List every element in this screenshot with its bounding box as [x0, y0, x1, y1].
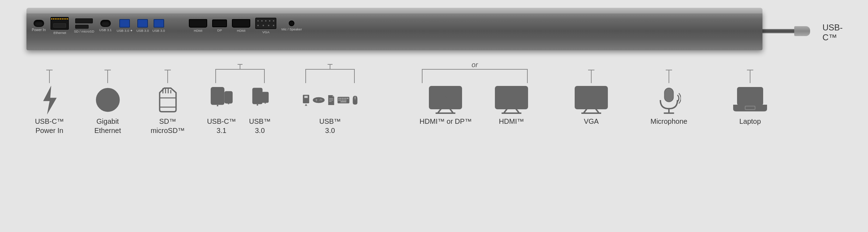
power-in-port-group: Power In — [32, 20, 46, 32]
usb30-combo-name: USB™3.0 — [319, 117, 341, 135]
hdmi-dp-name: HDMI™ or DP™ — [420, 117, 472, 126]
dp-port-group: DP — [212, 19, 227, 32]
dock-body: Power In Ethernet SD / microSD — [26, 11, 762, 50]
svg-rect-34 — [340, 98, 342, 99]
ethernet-port — [50, 17, 69, 30]
icon-group-usb30combo: USB™3.0 — [295, 64, 365, 135]
icon-group-microphone: Microphone — [637, 64, 701, 126]
svg-rect-39 — [339, 99, 340, 100]
audio-port — [289, 21, 294, 26]
svg-marker-22 — [305, 104, 307, 106]
dock-ports-strip: Power In Ethernet SD / microSD — [32, 17, 302, 35]
usba-blue-1 — [119, 19, 130, 28]
monitor-b-icon: B — [493, 83, 530, 117]
usba-blue-group: USB 3.0 ✦ USB 3.0 USB 3.0 — [116, 19, 165, 33]
svg-rect-14 — [225, 92, 232, 103]
ethernet-port-group: Ethernet — [50, 17, 69, 35]
hdmi2-name: HDMI™ — [499, 117, 524, 126]
svg-rect-11 — [160, 98, 176, 107]
dp-port — [212, 19, 227, 27]
vga-port-group: VGA — [255, 18, 276, 34]
laptop-name: Laptop — [739, 117, 761, 126]
vga-port — [255, 18, 276, 29]
svg-rect-62 — [664, 88, 673, 102]
svg-text:B: B — [508, 92, 515, 103]
sd-name: SD™microSD™ — [151, 117, 185, 135]
icon-group-usbc31-usb30: USB-C™3.1 USB™3.0 — [196, 64, 284, 135]
usb-c-cable — [762, 26, 810, 36]
audio-port-group: Mic / Speaker — [281, 21, 302, 31]
usbc-right-label: USB-C™ — [822, 23, 843, 42]
hdmi2-port — [232, 19, 250, 28]
usba-blue-3 — [154, 19, 164, 28]
svg-rect-16 — [253, 88, 262, 104]
vga-monitor-icon: C — [573, 83, 610, 117]
svg-rect-37 — [345, 98, 347, 99]
monitor-a-icon: A — [427, 83, 464, 117]
phone-icon — [247, 83, 273, 117]
usbc31-name: USB-C™3.1 — [207, 117, 236, 135]
icon-group-hdmi-dp: or A HDMI™ or DP™ — [401, 64, 549, 126]
icon-group-vga: C VGA — [563, 64, 619, 126]
icon-group-ethernet: GigabitEthernet — [79, 64, 136, 135]
svg-point-46 — [354, 97, 356, 99]
svg-rect-66 — [745, 106, 755, 110]
globe-icon — [92, 83, 124, 117]
svg-rect-41 — [342, 99, 343, 100]
usb30-a-name: USB™3.0 — [249, 117, 271, 135]
svg-point-27 — [321, 99, 322, 100]
hdmi1-port-group: HDMI — [189, 19, 207, 33]
svg-point-23 — [313, 97, 324, 103]
sd-port — [75, 18, 93, 23]
svg-rect-42 — [343, 99, 345, 100]
power-in-label: Power In — [32, 28, 46, 32]
sd-label: SD / microSD — [74, 29, 94, 33]
icon-group-sd: SD™microSD™ — [139, 64, 196, 135]
main-container: Power In Ethernet SD / microSD — [0, 0, 868, 232]
svg-rect-40 — [340, 99, 342, 100]
svg-rect-18 — [263, 92, 268, 102]
sd-port-group: SD / microSD — [74, 18, 94, 33]
vga-name: VGA — [584, 117, 599, 126]
svg-marker-0 — [43, 86, 56, 115]
icon-group-power-in: USB-C™Power In — [26, 64, 72, 135]
lightning-icon — [35, 83, 64, 117]
svg-rect-25 — [315, 99, 317, 100]
svg-rect-43 — [345, 99, 347, 100]
dock-top-stripe — [26, 8, 762, 13]
icon-group-laptop: Laptop — [722, 64, 778, 126]
tablet-icon — [208, 83, 235, 117]
ethernet-name: GigabitEthernet — [94, 117, 121, 135]
microphone-icon — [652, 83, 686, 117]
cable-connector — [794, 26, 810, 36]
svg-point-28 — [319, 99, 320, 100]
power-in-name: USB-C™Power In — [35, 117, 64, 135]
svg-rect-12 — [211, 88, 224, 104]
usbc31-label: USB 3.1 — [99, 28, 112, 32]
svg-rect-21 — [304, 96, 308, 98]
svg-rect-44 — [341, 101, 347, 102]
cable-wire — [762, 29, 794, 33]
microphone-name: Microphone — [651, 117, 688, 126]
usb-devices-icon — [302, 83, 358, 117]
or-text: or — [469, 61, 480, 69]
svg-rect-35 — [342, 98, 343, 99]
svg-text:C: C — [588, 92, 595, 103]
laptop-icon — [732, 83, 769, 117]
hdmi1-port — [189, 19, 207, 28]
svg-rect-36 — [343, 98, 345, 99]
svg-rect-33 — [339, 98, 340, 99]
hdmi2-port-group: HDMI — [232, 19, 250, 33]
svg-text:A: A — [442, 92, 449, 103]
svg-rect-38 — [347, 98, 349, 99]
svg-point-26 — [321, 99, 321, 99]
microsd-port — [75, 25, 89, 29]
sd-icon — [152, 83, 184, 117]
usba-blue-2 — [137, 19, 148, 28]
power-in-port — [34, 20, 44, 27]
svg-rect-65 — [738, 88, 762, 105]
usbc31-port — [100, 20, 111, 27]
usbc31-port-group: USB 3.1 — [99, 20, 112, 32]
ethernet-label: Ethernet — [54, 31, 66, 35]
bottom-icons-row: USB-C™Power In — [26, 64, 778, 135]
